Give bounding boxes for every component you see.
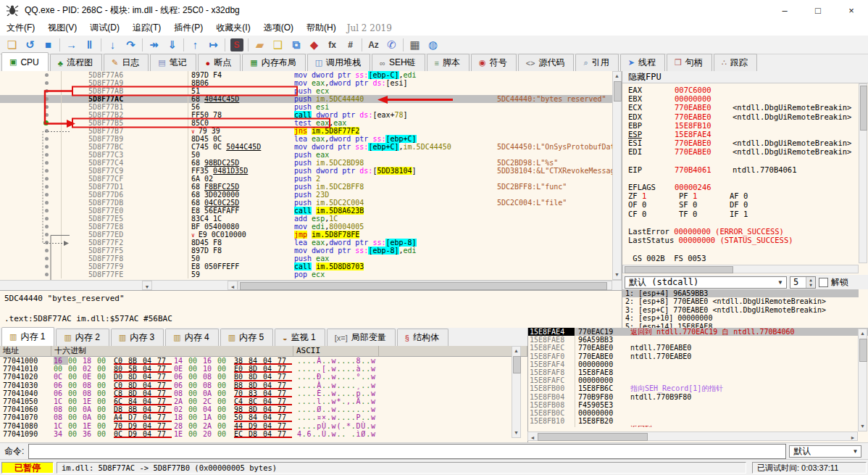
- registers-vscrollbar[interactable]: [859, 83, 867, 263]
- stack-row[interactable]: 15E8FAEC770EABE0ntdll.770EABE0: [528, 344, 868, 352]
- row-dot[interactable]: [45, 161, 49, 165]
- stack-row[interactable]: 15E8FB1015E8FB20: [528, 417, 868, 425]
- disasm-row[interactable]: 5D8F77B98D45 0Clea eax,dword ptr ss:[ebp…: [0, 135, 622, 143]
- disasm-row[interactable]: 5D8F77E0E8 56EAFAFFcall im.5D8A623B: [0, 207, 622, 215]
- disasm-vscrollbar[interactable]: ▲ ▼: [612, 71, 622, 280]
- run-to-user-code-button[interactable]: ↦: [204, 37, 222, 53]
- disasm-row[interactable]: 5D8F77F850push eax: [0, 255, 622, 263]
- row-dot[interactable]: [45, 201, 49, 205]
- arg-count-stepper[interactable]: 5 ▲▼: [790, 276, 816, 289]
- memory-row[interactable]: 7704106008000A00D88B047702000400988D0477…: [0, 405, 527, 413]
- menu-视图[interactable]: 视图(V): [41, 20, 83, 36]
- row-dot[interactable]: [45, 265, 49, 268]
- stack-row[interactable]: 15E8FB08F45905E3: [528, 401, 868, 409]
- row-dot[interactable]: [45, 233, 49, 236]
- row-dot[interactable]: [45, 169, 49, 173]
- disasm-row[interactable]: 5D8F77F5897D F8mov dword ptr ss:[ebp-8],…: [0, 247, 622, 255]
- calling-convention-select[interactable]: 默认 (stdcall) ▼: [625, 276, 787, 289]
- disasm-row[interactable]: 5D8F77DB68 04C0C25Dpush im.5DC2C0045DC2C…: [0, 199, 622, 207]
- tab-调用堆栈[interactable]: ◫调用堆栈: [307, 54, 370, 71]
- hash-button[interactable]: #: [341, 37, 359, 53]
- tab-内存 1[interactable]: ▥内存 1: [1, 327, 54, 346]
- tab-流程图[interactable]: ♣流程图: [50, 54, 102, 71]
- row-dot[interactable]: [45, 217, 49, 220]
- script-s-button[interactable]: S: [228, 37, 246, 53]
- row-dot[interactable]: [45, 273, 49, 276]
- disasm-row[interactable]: 5D8F77C350push eax: [0, 151, 622, 159]
- stack-hscrollbar[interactable]: ◄ ►: [527, 431, 858, 441]
- registers-hscrollbar[interactable]: [622, 265, 859, 273]
- row-dot[interactable]: [45, 137, 49, 141]
- disasm-hscrollbar-strip[interactable]: ▼ ◄: [0, 280, 622, 291]
- run-to-cursor-button[interactable]: ↠: [145, 37, 163, 53]
- gutter-scroll-down-button[interactable]: ▼: [142, 281, 152, 290]
- row-dot[interactable]: [45, 257, 49, 260]
- row-dot[interactable]: [45, 225, 49, 228]
- argument-row[interactable]: 4: [esp+10] 00000000: [622, 314, 859, 322]
- row-dot[interactable]: [45, 145, 49, 149]
- disasm-row[interactable]: 5D8F77F9E8 050FFEFFcall im.5D8D8703: [0, 263, 622, 270]
- memory-row[interactable]: 770410801C001E0070D9047728002A0044D90477…: [0, 422, 527, 430]
- tab-引用[interactable]: ⌕引用: [575, 54, 618, 71]
- log-device-button[interactable]: ✆: [383, 37, 401, 53]
- tab-内存布局[interactable]: ▦内存布局: [242, 54, 305, 71]
- globe-button[interactable]: ◍: [424, 37, 442, 53]
- scroll-right-icon[interactable]: ►: [848, 434, 857, 442]
- memory-row[interactable]: 770410501C001E006C8404772A002C00C48C0477…: [0, 397, 527, 405]
- patch-button[interactable]: ▰: [251, 37, 269, 53]
- scroll-down-icon[interactable]: ▼: [613, 270, 621, 279]
- disasm-row[interactable]: 5D8F77AC68 4044C45Dpush im.5DC444405DC44…: [0, 95, 622, 103]
- spin-down-icon[interactable]: ▼: [806, 282, 815, 288]
- memory-row[interactable]: 7704100016001800C08B04771400160038840477…: [0, 357, 527, 365]
- row-dot[interactable]: [45, 105, 49, 109]
- tab-跟踪[interactable]: ∴跟踪: [714, 54, 757, 71]
- tab-结构体[interactable]: §结构体: [397, 329, 448, 346]
- scroll-left-icon[interactable]: ◄: [528, 434, 537, 442]
- argument-row[interactable]: 2: [esp+8] 770EABE0 <ntdll.DbgUiRemoteBr…: [622, 297, 859, 305]
- disasm-row[interactable]: 5D8F77B2FF50 78call dword ptr ds:[eax+78…: [0, 111, 622, 119]
- row-dot[interactable]: [45, 209, 49, 212]
- label-button[interactable]: ⧉: [287, 37, 305, 53]
- stack-row[interactable]: 返回到: [528, 425, 868, 427]
- scroll-up-icon[interactable]: ▲: [859, 329, 867, 338]
- row-dot[interactable]: [45, 129, 49, 133]
- disasm-row[interactable]: 5D8F77BCC745 0C 5044C45Dmov dword ptr ss…: [0, 143, 622, 151]
- breakpoint-dot[interactable]: [43, 120, 49, 125]
- scroll-down-icon[interactable]: ▼: [512, 429, 520, 437]
- menu-帮助[interactable]: 帮助(H): [300, 20, 343, 36]
- stack-row[interactable]: 15E8FAF815E8FAE8: [528, 368, 868, 376]
- row-dot[interactable]: [45, 153, 49, 157]
- menu-调试[interactable]: 调试(D): [83, 20, 126, 36]
- disasm-row[interactable]: 5D8F77E583C4 1Cadd esp,1C: [0, 215, 622, 223]
- row-dot[interactable]: [45, 113, 49, 117]
- disasm-row[interactable]: 5D8F77F28D45 F8lea eax,dword ptr ss:[ebp…: [0, 239, 622, 247]
- tab-符号[interactable]: ◉符号: [471, 54, 517, 71]
- disasm-row[interactable]: 5D8F77D168 F8BFC25Dpush im.5DC2BFF85DC2B…: [0, 183, 622, 191]
- command-input[interactable]: [28, 444, 786, 459]
- command-history-select[interactable]: 默认 ▼: [789, 445, 861, 458]
- row-dot[interactable]: [45, 97, 49, 101]
- row-dot[interactable]: [45, 177, 49, 181]
- tab-内存 2[interactable]: ▥内存 2: [56, 329, 109, 346]
- memory-vscrollbar[interactable]: ▲ ▼: [512, 346, 521, 438]
- step-into-source-button[interactable]: ⇓: [163, 37, 181, 53]
- memory-row[interactable]: 7704103006000800C08D047706000800B88D0477…: [0, 381, 527, 389]
- tab-脚本[interactable]: ≡脚本: [427, 54, 470, 71]
- disasm-hscrollbar[interactable]: [238, 281, 612, 290]
- disasm-row[interactable]: 5D8F77AB51push ecx: [0, 87, 622, 95]
- row-dot[interactable]: [45, 89, 49, 93]
- stack-row[interactable]: 15E8FAFC00000000: [528, 376, 868, 384]
- step-over-button[interactable]: ↷: [122, 37, 140, 53]
- open-file-button[interactable]: ❏: [3, 37, 21, 53]
- spin-up-icon[interactable]: ▲: [806, 277, 815, 283]
- row-dot[interactable]: [45, 73, 49, 77]
- row-dot[interactable]: [45, 249, 49, 252]
- tab-笔记[interactable]: ▤笔记: [150, 54, 196, 71]
- maximize-button[interactable]: □: [801, 0, 835, 20]
- disasm-row[interactable]: 5D8F77FE59pop ecx: [0, 270, 622, 278]
- menu-插件[interactable]: 插件(P): [167, 20, 209, 36]
- disasm-row[interactable]: 5D8F77A6897D F4mov dword ptr ss:[ebp-C],…: [0, 71, 622, 79]
- stack-row[interactable]: 15E8FB0C00000000: [528, 409, 868, 417]
- tab-内存 3[interactable]: ▥内存 3: [111, 329, 164, 346]
- stack-row[interactable]: 15E8FAF400000000: [528, 360, 868, 368]
